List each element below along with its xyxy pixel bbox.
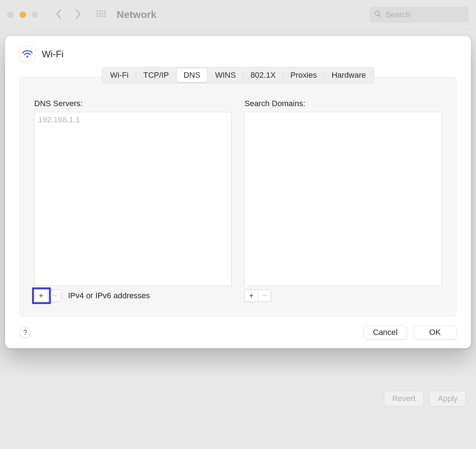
svg-line-13 [379,15,381,17]
sheet-header: Wi-Fi [5,36,471,68]
background-footer: Revert Apply [384,391,466,407]
minimize-window-button[interactable] [19,12,26,18]
search-domains-label: Search Domains: [244,99,442,108]
sheet-title: Wi-Fi [42,49,64,60]
remove-dns-server-button[interactable]: − [48,290,60,301]
maximize-window-button[interactable] [32,12,38,18]
svg-point-2 [102,10,103,12]
cancel-button[interactable]: Cancel [364,325,407,340]
svg-point-8 [96,15,98,17]
help-icon: ? [23,328,27,337]
ok-button[interactable]: OK [413,325,457,340]
svg-point-9 [99,15,101,17]
traffic-lights [7,12,38,18]
wifi-icon [19,46,35,62]
svg-point-5 [99,13,101,14]
dns-server-entry[interactable]: 192.168.1.1 [38,115,228,124]
svg-point-12 [375,11,380,15]
tab-dns[interactable]: DNS [176,68,207,82]
svg-point-4 [96,13,98,14]
dns-servers-list[interactable]: 192.168.1.1 [34,112,232,286]
apply-button: Apply [430,391,466,407]
dns-panel: DNS Servers: 192.168.1.1 + − IPv4 or IPv… [19,77,457,317]
tab-wifi[interactable]: Wi-Fi [103,68,136,82]
svg-point-14 [26,55,28,57]
add-dns-server-button[interactable]: + [35,290,48,301]
back-button[interactable] [55,9,62,21]
plus-icon: + [39,292,44,300]
tab-8021x[interactable]: 802.1X [243,68,283,82]
svg-point-1 [99,10,101,12]
forward-button[interactable] [75,9,81,21]
plus-icon: + [249,292,254,300]
search-field-wrapper[interactable] [369,7,469,23]
search-domains-column: Search Domains: + − [244,99,442,302]
search-domains-controls: + − [244,290,271,302]
minus-icon: − [52,292,57,300]
dns-servers-controls: + − [34,290,61,302]
dns-servers-column: DNS Servers: 192.168.1.1 + − IPv4 or IPv… [34,99,232,302]
network-advanced-sheet: Wi-Fi Wi-Fi TCP/IP DNS WINS 802.1X Proxi… [5,36,471,348]
search-icon [374,10,382,19]
nav-arrows [55,9,81,21]
tab-wins[interactable]: WINS [208,68,243,82]
all-preferences-icon[interactable] [96,10,106,20]
tab-tcpip[interactable]: TCP/IP [136,68,176,82]
svg-point-10 [102,15,103,17]
svg-point-6 [102,13,103,14]
svg-point-11 [104,15,106,17]
dns-servers-label: DNS Servers: [34,99,232,108]
dns-hint-text: IPv4 or IPv6 addresses [68,291,150,300]
window-toolbar: Network [0,0,476,30]
svg-point-0 [96,10,98,12]
remove-search-domain-button[interactable]: − [258,290,271,301]
sheet-footer: ? Cancel OK [5,317,471,340]
search-input[interactable] [385,10,464,19]
window-title: Network [117,9,156,21]
revert-button: Revert [384,391,424,407]
svg-point-3 [104,10,106,12]
add-search-domain-button[interactable]: + [245,290,258,301]
minus-icon: − [262,292,267,300]
tab-proxies[interactable]: Proxies [283,68,324,82]
tab-bar: Wi-Fi TCP/IP DNS WINS 802.1X Proxies Har… [102,67,375,83]
close-window-button[interactable] [7,12,14,18]
search-domains-list[interactable] [244,112,442,286]
help-button[interactable]: ? [19,327,31,338]
svg-point-7 [104,13,106,14]
tab-hardware[interactable]: Hardware [324,68,373,82]
